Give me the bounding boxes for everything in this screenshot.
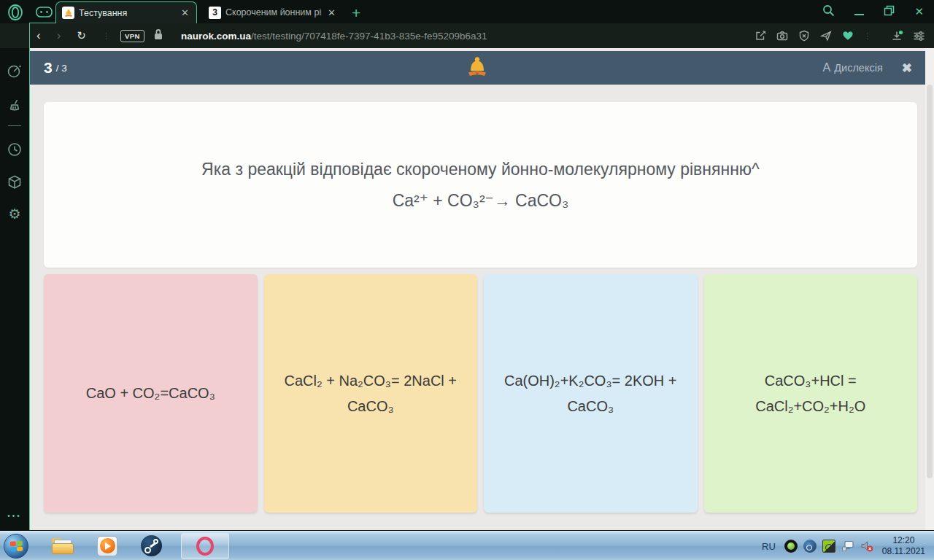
gx-corner-icon[interactable] xyxy=(36,6,53,21)
question-card: Яка з реакцій відповідає скороченому йон… xyxy=(44,102,917,268)
clock-time: 12:20 xyxy=(882,535,925,546)
sidebar-more-icon[interactable]: ••• xyxy=(7,512,22,520)
language-indicator[interactable]: RU xyxy=(762,541,776,552)
steam-taskbar-button[interactable] xyxy=(141,535,162,556)
webpage-content: 3 / 3 А Дислексія ✖ Яка з реакцій відпов… xyxy=(29,48,934,530)
answer-text: CaO + CO₂=CaCO₃ xyxy=(86,381,215,406)
clock-date: 08.11.2021 xyxy=(882,546,925,557)
gx-control-speedometer-icon[interactable] xyxy=(7,63,23,82)
windows-flag-icon xyxy=(10,540,24,552)
answer-text: CaCl₂ + Na₂CO₃= 2NaCl + CaCO₃ xyxy=(282,368,460,419)
browser-toolbar: ‹ › ↻ ⋮ VPN naurok.com.ua/test/testing/7… xyxy=(0,23,934,48)
page-scrollbar[interactable] xyxy=(925,48,934,530)
question-number: 3 xyxy=(44,59,53,77)
question-text-line1: Яка з реакцій відповідає скороченому йон… xyxy=(201,154,760,185)
downloads-icon[interactable] xyxy=(891,30,903,42)
taskbar-clock[interactable]: 12:20 08.11.2021 xyxy=(882,535,925,557)
address-url[interactable]: naurok.com.ua/test/testing/707418fe-7397… xyxy=(181,31,487,42)
opera-gx-taskbar-button[interactable] xyxy=(181,533,229,559)
scrollbar-thumb[interactable] xyxy=(927,85,933,478)
tray-steam-icon[interactable] xyxy=(803,540,817,553)
answer-text: CaCO₃+HCl = CaCl₂+CO₂+H₂O xyxy=(722,368,900,419)
extensions-cube-icon[interactable] xyxy=(7,174,23,193)
forward-button[interactable]: › xyxy=(57,28,61,43)
answer-card[interactable]: CaCO₃+HCl = CaCl₂+CO₂+H₂O xyxy=(704,274,918,513)
url-path: /test/testing/707418fe-7397-41b3-835e-fe… xyxy=(251,31,487,42)
tray-nvidia-icon[interactable] xyxy=(822,540,835,553)
answer-card[interactable]: CaO + CO₂=CaCO₃ xyxy=(44,274,258,513)
easy-setup-sliders-icon[interactable] xyxy=(913,30,925,42)
opera-logo-icon[interactable] xyxy=(7,4,24,24)
restore-icon[interactable] xyxy=(884,5,895,19)
browser-titlebar: Тестування ✕ 3 Скороченим йонним рівн ✕ … xyxy=(0,0,934,23)
content-accent-border xyxy=(29,23,30,530)
answer-card[interactable]: CaCl₂ + Na₂CO₃= 2NaCl + CaCO₃ xyxy=(264,274,478,513)
media-player-taskbar-button[interactable] xyxy=(97,536,117,556)
pinboard-icon[interactable] xyxy=(754,30,766,42)
start-button[interactable] xyxy=(4,534,28,559)
gx-sidebar: ⚙ ••• xyxy=(0,48,29,530)
naurok-bell-logo xyxy=(468,56,487,82)
tray-green-dot-icon[interactable] xyxy=(784,540,798,553)
answers-grid: CaO + CO₂=CaCO₃ CaCl₂ + Na₂CO₃= 2NaCl + … xyxy=(44,274,917,513)
minimize-icon[interactable] xyxy=(854,14,864,15)
settings-gear-icon[interactable]: ⚙ xyxy=(8,206,20,222)
vpn-badge[interactable]: VPN xyxy=(120,30,144,42)
lock-icon[interactable] xyxy=(153,28,163,43)
close-window-icon[interactable]: ✕ xyxy=(914,5,924,18)
sidebar-divider xyxy=(8,125,21,126)
quiz-header: 3 / 3 А Дислексія ✖ xyxy=(29,51,925,85)
tab-title: Скороченим йонним рівн xyxy=(225,7,322,18)
search-icon[interactable] xyxy=(822,4,835,20)
window-controls: ✕ xyxy=(822,0,924,23)
tab-chemistry-doc[interactable]: 3 Скороченим йонним рівн ✕ xyxy=(203,1,343,23)
gx-cleaner-broom-icon[interactable] xyxy=(7,98,23,117)
toolbar-separator-dots: ⋮ xyxy=(102,31,110,41)
url-domain: naurok.com.ua xyxy=(181,31,251,42)
windows-taskbar: RU 12:20 08.11.2021 xyxy=(0,531,934,560)
snapshot-camera-icon[interactable] xyxy=(776,30,788,42)
question-total: / 3 xyxy=(56,63,67,74)
system-tray: RU 12:20 08.11.2021 xyxy=(762,532,931,560)
quiz-close-icon[interactable]: ✖ xyxy=(902,61,912,76)
myflow-send-icon[interactable] xyxy=(819,30,832,42)
tray-volume-muted-icon[interactable] xyxy=(860,540,873,553)
tab-close-icon[interactable]: ✕ xyxy=(326,7,337,18)
back-button[interactable]: ‹ xyxy=(36,28,41,43)
tab-testing[interactable]: Тестування ✕ xyxy=(55,1,197,23)
question-text-line2: Ca²⁺ + CO₃²⁻→ CaCO₃ xyxy=(393,185,569,217)
explorer-taskbar-button[interactable] xyxy=(52,538,74,554)
tab-close-icon[interactable]: ✕ xyxy=(180,7,190,18)
new-tab-button[interactable]: + xyxy=(352,6,360,20)
tab-title: Тестування xyxy=(79,8,175,18)
history-clock-icon[interactable] xyxy=(7,141,23,160)
opera-gx-icon xyxy=(196,537,214,556)
font-letter-icon: А xyxy=(823,61,831,74)
favorites-heart-icon[interactable] xyxy=(841,30,854,42)
toolbar-separator-dots: ⋮ xyxy=(863,31,871,41)
tray-network-icon[interactable] xyxy=(841,540,854,553)
dyslexia-label: Дислексія xyxy=(834,62,883,74)
reload-button[interactable]: ↻ xyxy=(77,29,86,42)
browser-main: ⚙ ••• 3 / 3 А Дислексія ✖ Яка з реакцій … xyxy=(0,48,934,530)
answer-card[interactable]: Ca(OH)₂+K₂CO₃= 2KOH + CaCO₃ xyxy=(484,274,698,513)
adblock-shield-icon[interactable] xyxy=(798,30,810,42)
answer-text: Ca(OH)₂+K₂CO₃= 2KOH + CaCO₃ xyxy=(501,368,680,419)
toolbar-extensions: ⋮ xyxy=(754,30,925,42)
dyslexia-toggle[interactable]: А Дислексія xyxy=(823,61,883,74)
document-favicon: 3 xyxy=(209,7,221,19)
bell-favicon-icon xyxy=(62,7,74,19)
